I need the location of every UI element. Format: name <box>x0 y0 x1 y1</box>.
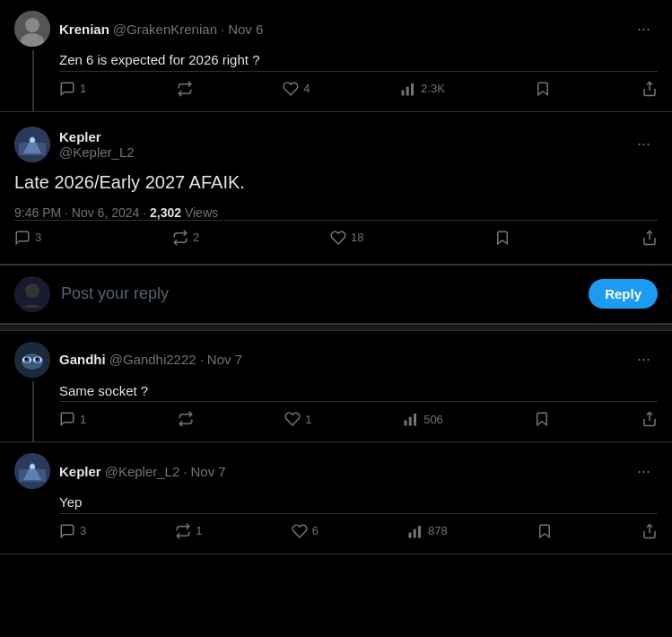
tweet-date: Nov 7 <box>190 464 225 479</box>
views-button[interactable]: 506 <box>403 411 443 427</box>
kepler-main-content: Late 2026/Early 2027 AFAIK. <box>14 170 658 195</box>
like-count: 4 <box>303 82 310 95</box>
actions-row: 1 1 506 <box>59 401 658 431</box>
svg-rect-3 <box>402 90 405 95</box>
svg-rect-5 <box>411 83 414 96</box>
like-button[interactable]: 4 <box>283 81 310 97</box>
reply-count: 3 <box>35 231 41 244</box>
tweet-header-left: Krenian @GrakenKrenian · Nov 6 <box>14 11 263 47</box>
views-count: 2.3K <box>421 82 445 95</box>
retweet-count: 1 <box>196 524 202 537</box>
thread-line <box>32 50 34 111</box>
more-options-button[interactable]: ··· <box>630 346 658 372</box>
retweet-button[interactable] <box>178 411 194 427</box>
reply-count: 1 <box>80 82 86 95</box>
section-divider <box>0 324 672 331</box>
svg-rect-30 <box>409 532 412 537</box>
reply-box: Post your reply Reply <box>0 265 672 324</box>
avatar <box>14 11 50 47</box>
bookmark-button[interactable] <box>534 411 550 427</box>
views-count: 2,302 <box>150 205 181 220</box>
views-button[interactable]: 878 <box>407 523 448 539</box>
tweet-header-left: Kepler @Kepler_L2 · Nov 7 <box>14 453 226 489</box>
svg-point-10 <box>30 137 35 143</box>
svg-rect-4 <box>406 86 409 95</box>
actions-row: 1 4 2.3K <box>59 71 658 100</box>
bookmark-button[interactable] <box>494 230 511 246</box>
kepler-user-info: Kepler @Kepler_L2 <box>59 129 135 160</box>
user-info: Kepler @Kepler_L2 · Nov 7 <box>59 464 226 479</box>
display-name: Krenian <box>59 22 109 37</box>
share-button[interactable] <box>641 81 658 97</box>
kepler-reply-tweet: Kepler @Kepler_L2 · Nov 7 ··· Yep 3 1 <box>0 442 672 554</box>
reply-submit-button[interactable]: Reply <box>589 279 658 309</box>
reply-button[interactable]: 1 <box>59 411 86 427</box>
reply-placeholder[interactable]: Post your reply <box>61 284 169 303</box>
kepler-actions-row: 3 2 18 <box>14 220 658 249</box>
like-count: 18 <box>351 231 363 244</box>
svg-point-21 <box>36 357 38 359</box>
like-count: 1 <box>305 413 311 426</box>
krenian-tweet: Krenian @GrakenKrenian · Nov 6 ··· Zen 6… <box>0 0 672 112</box>
bookmark-button[interactable] <box>537 523 553 539</box>
tweet-content: Yep <box>59 493 658 513</box>
tweet-date: Nov 7 <box>207 352 242 367</box>
tweet-content: Zen 6 is expected for 2026 right ? <box>59 50 658 71</box>
views-count: 878 <box>428 524 448 537</box>
tweet-time: 9:46 PM <box>14 205 61 220</box>
bookmark-button[interactable] <box>535 81 551 97</box>
svg-point-17 <box>24 357 30 362</box>
tweet-meta: 9:46 PM · Nov 6, 2024 · 2,302 Views <box>14 205 658 220</box>
reply-button[interactable]: 3 <box>59 523 86 539</box>
svg-rect-23 <box>409 417 412 426</box>
more-options-button[interactable]: ··· <box>630 131 658 157</box>
reply-count: 1 <box>80 413 86 426</box>
tweet-content: Same socket ? <box>59 381 658 402</box>
tweet-header: Krenian @GrakenKrenian · Nov 6 ··· <box>14 11 658 47</box>
share-button[interactable] <box>641 411 658 427</box>
tweet-header: Kepler @Kepler_L2 · Nov 7 ··· <box>14 453 658 489</box>
svg-point-29 <box>30 464 35 469</box>
like-count: 6 <box>312 524 319 537</box>
views-button[interactable]: 2.3K <box>400 81 445 97</box>
gandhi-tweet: Gandhi @Gandhi2222 · Nov 7 ··· Same sock… <box>0 331 672 443</box>
thread-line <box>32 381 34 442</box>
user-info: Krenian @GrakenKrenian · Nov 6 <box>59 22 263 37</box>
display-name: Kepler <box>59 464 101 479</box>
share-button[interactable] <box>641 230 658 246</box>
tweet-date: Nov 6 <box>228 22 263 37</box>
kepler-main-header: Kepler @Kepler_L2 ··· <box>14 127 658 162</box>
more-options-button[interactable]: ··· <box>630 458 658 484</box>
svg-rect-24 <box>414 414 416 426</box>
svg-point-18 <box>25 357 27 359</box>
like-button[interactable]: 1 <box>284 411 311 427</box>
retweet-button[interactable]: 2 <box>172 230 199 246</box>
user-info: Gandhi @Gandhi2222 · Nov 7 <box>59 352 242 367</box>
reply-button[interactable]: 1 <box>59 81 86 97</box>
share-button[interactable] <box>641 523 658 539</box>
like-button[interactable]: 6 <box>292 523 319 539</box>
kepler-username: @Kepler_L2 <box>59 144 135 160</box>
retweet-button[interactable]: 1 <box>175 523 202 539</box>
username: @GrakenKrenian <box>113 22 217 37</box>
avatar <box>14 127 50 162</box>
current-user-avatar <box>14 276 50 312</box>
reply-box-left: Post your reply <box>14 276 589 312</box>
retweet-button[interactable] <box>177 81 193 97</box>
avatar <box>14 342 50 378</box>
svg-point-20 <box>35 357 40 362</box>
username: @Kepler_L2 <box>105 464 180 479</box>
like-button[interactable]: 18 <box>330 230 363 246</box>
svg-rect-32 <box>418 526 421 538</box>
reply-button[interactable]: 3 <box>14 230 41 246</box>
actions-row: 3 1 6 878 <box>59 513 658 543</box>
kepler-display-name: Kepler <box>59 129 101 144</box>
tweet-date: Nov 6, 2024 <box>72 205 140 220</box>
username: @Gandhi2222 <box>109 352 196 367</box>
tweet-thread: Krenian @GrakenKrenian · Nov 6 ··· Zen 6… <box>0 0 672 554</box>
tweet-header: Gandhi @Gandhi2222 · Nov 7 ··· <box>14 342 658 378</box>
more-options-button[interactable]: ··· <box>630 16 658 42</box>
svg-rect-31 <box>414 528 416 537</box>
kepler-main-tweet: Kepler @Kepler_L2 ··· Late 2026/Early 20… <box>0 112 672 265</box>
views-count: 506 <box>423 413 443 426</box>
